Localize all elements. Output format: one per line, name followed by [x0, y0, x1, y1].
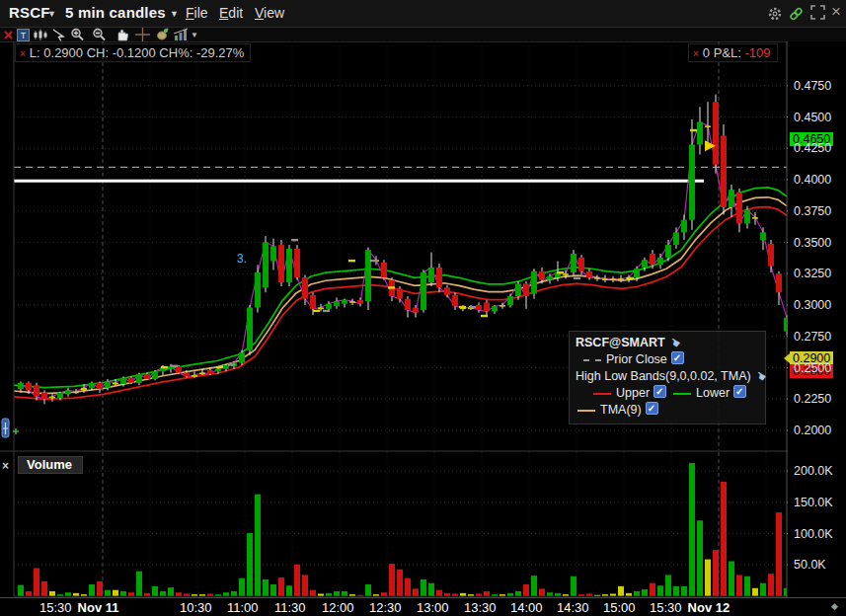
price-axis-label: 0.4500	[794, 111, 831, 124]
tma-label: TMA(9)	[600, 403, 642, 417]
price-axis-label: 0.3250	[794, 267, 831, 280]
price-axis-label: 0.3750	[794, 204, 831, 218]
price-axis-label: 0.2250	[794, 392, 831, 406]
time-axis-label: 12:00	[322, 600, 354, 615]
time-axis-label: 14:30	[557, 600, 589, 615]
volume-axis-label: 100.0K	[794, 527, 833, 541]
pnl-overlay: ×0 P&L: -109	[688, 43, 778, 62]
lower-band-swatch	[673, 393, 691, 395]
quote-overlay: ×L: 0.2900 CH: -0.1200 CH%: -29.27%	[15, 43, 251, 62]
close-overlay-icon[interactable]: ×	[20, 48, 26, 59]
time-axis-label: 15:30Nov 12	[650, 600, 730, 615]
tma-checkbox[interactable]	[646, 402, 658, 415]
price-chart-canvas[interactable]: 3.	[0, 0, 846, 616]
time-axis[interactable]: ◆ 15:30Nov 1110:3011:0011:3012:0012:3013…	[0, 597, 846, 616]
upper-band-checkbox[interactable]	[654, 385, 666, 398]
time-axis-label: 15:00	[603, 600, 636, 615]
indicator-legend: RSCF@SMART☚ Prior Close High Low Bands(9…	[569, 331, 766, 424]
bands-title[interactable]: High Low Bands(9,0,0.02, TMA)	[576, 369, 751, 383]
prior-close-checkbox[interactable]	[671, 351, 684, 364]
upper-band-label: Upper	[616, 386, 650, 400]
upper-band-swatch	[593, 393, 611, 395]
price-axis-label: 0.3000	[794, 298, 831, 312]
time-axis-label: 10:30	[180, 600, 212, 615]
time-axis-label: 15:30Nov 11	[39, 600, 118, 615]
time-axis-label: 11:30	[274, 600, 306, 615]
price-axis-label: 0.4250	[794, 141, 831, 155]
time-axis-label: 14:00	[510, 600, 543, 615]
lower-band-checkbox[interactable]	[733, 385, 746, 398]
price-axis-label: 0.4000	[794, 173, 831, 187]
price-axis-label: 0.4750	[794, 79, 831, 93]
time-axis-label: 11:00	[227, 600, 259, 615]
legend-symbol[interactable]: RSCF@SMART	[576, 336, 665, 349]
price-axis-label: 0.2750	[794, 330, 831, 344]
time-axis-label: 13:00	[417, 600, 449, 615]
price-axis-label: 0.2500	[794, 361, 831, 375]
price-axis-label: 0.2000	[794, 424, 831, 437]
time-axis-label: 12:30	[369, 600, 402, 615]
close-volume-icon[interactable]: ×	[2, 459, 9, 473]
time-axis-label: 13:30	[464, 600, 497, 615]
quote-text: L: 0.2900 CH: -0.1200 CH%: -29.27%	[30, 45, 245, 60]
tma-swatch	[577, 410, 595, 412]
volume-axis-label: 200.0K	[794, 464, 833, 478]
price-axis[interactable]: 0.4650 0.2900 0.2800 0.47500.45000.42500…	[788, 41, 846, 597]
scroll-end-icon[interactable]: ◆	[831, 601, 838, 611]
pnl-label: 0 P&L:	[703, 45, 741, 60]
prior-close-label: Prior Close	[606, 352, 667, 366]
lower-band-label: Lower	[696, 386, 730, 400]
volume-pane-title[interactable]: Volume	[18, 456, 83, 474]
price-axis-label: 0.3500	[794, 236, 831, 250]
close-overlay-icon[interactable]: ×	[693, 48, 699, 59]
axis-drag-handle-icon[interactable]	[1, 418, 21, 443]
volume-axis-label: 50.0K	[794, 558, 826, 572]
trading-chart-window: RSCF ▼ 5 min candles ▼ File Edit View × …	[0, 0, 846, 616]
pnl-value: -109	[745, 45, 771, 60]
prior-close-swatch	[583, 359, 601, 361]
svg-text:3.: 3.	[237, 252, 247, 266]
volume-axis-label: 150.0K	[794, 496, 833, 509]
